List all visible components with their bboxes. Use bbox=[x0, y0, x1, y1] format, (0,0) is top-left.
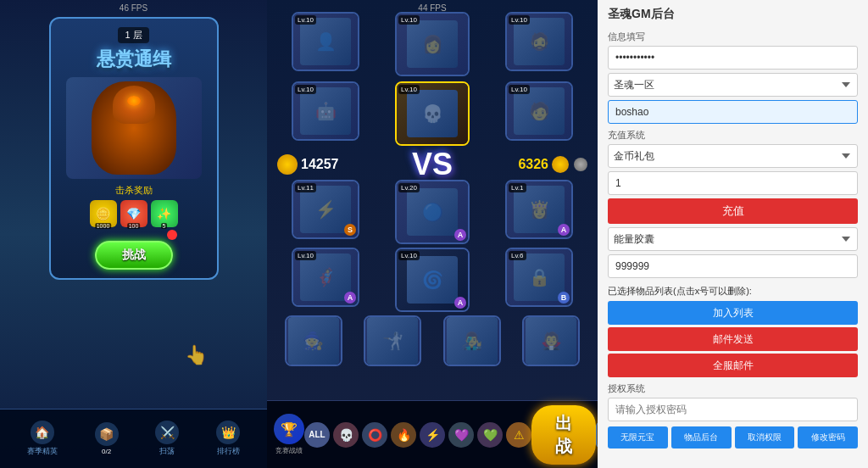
top-hero-row: 👤 Lv.10 👩 Lv.10 🧔 Lv.10 bbox=[267, 0, 598, 80]
score-left-icon bbox=[277, 154, 298, 175]
gm-title: 圣魂GM后台 bbox=[608, 7, 858, 22]
hero-fig-9: 👸 bbox=[514, 186, 565, 233]
cancel-auth-button[interactable]: 取消权限 bbox=[735, 426, 795, 448]
fifth-hero-row: 🧙 🤺 👨‍🎤 🧛 bbox=[267, 314, 598, 368]
change-password-button[interactable]: 修改密码 bbox=[798, 426, 858, 448]
rank-icon: 👑 bbox=[216, 421, 240, 444]
score-right-num: 6326 bbox=[518, 157, 548, 172]
challenge-section[interactable]: 🏆 竞赛战绩 bbox=[274, 414, 304, 455]
unlimited-gems-button[interactable]: 无限元宝 bbox=[608, 426, 668, 448]
filter-diamond[interactable]: 💜 bbox=[448, 422, 474, 448]
grade-a: A bbox=[454, 229, 466, 241]
hero-card-11: 🌀 Lv.10 A bbox=[395, 248, 470, 312]
item-type-select[interactable]: 能量胶囊 bbox=[608, 227, 858, 251]
hero-fig-4: 🤖 bbox=[300, 87, 351, 135]
password-input[interactable] bbox=[608, 46, 858, 70]
gm-console-panel: 圣魂GM后台 信息填写 圣魂一区 充值系统 金币礼包 充值 能量胶囊 已选择物品… bbox=[598, 0, 868, 468]
lv-badge-1: Lv.10 bbox=[295, 15, 316, 25]
grade-a2: A bbox=[558, 224, 570, 236]
hero-card-2: 👩 Lv.10 bbox=[395, 12, 470, 76]
recharge-amount-input[interactable] bbox=[608, 171, 858, 195]
selected-items-label: 已选择物品列表(点击x号可以删除): bbox=[608, 285, 858, 298]
plus-button[interactable]: + bbox=[596, 421, 598, 448]
filter-all[interactable]: ALL bbox=[304, 422, 330, 448]
score-left: 14257 bbox=[277, 154, 339, 175]
enemy-preview bbox=[66, 77, 202, 179]
lv-badge-6: Lv.10 bbox=[509, 85, 530, 94]
reward-gold: 🪙 1000 bbox=[90, 200, 117, 227]
hero-card-6: 🧑 Lv.10 bbox=[505, 81, 573, 141]
reward-items: 🪙 1000 💎 100 ✨ 5 bbox=[90, 200, 178, 227]
robot-body bbox=[92, 81, 176, 175]
gold-count: 1000 bbox=[95, 223, 112, 229]
hero-card-4: 🤖 Lv.10 bbox=[292, 81, 359, 141]
all-mail-button[interactable]: 全服邮件 bbox=[608, 354, 858, 377]
chest-icon: 📦 bbox=[95, 422, 119, 446]
vs-section: 14257 VS 6326 bbox=[267, 151, 598, 178]
hero-card-3: 🧔 Lv.10 bbox=[505, 12, 573, 71]
item-amount-input[interactable] bbox=[608, 254, 858, 278]
hero-card-14: 🤺 bbox=[364, 315, 421, 366]
green-count: 5 bbox=[161, 223, 168, 229]
add-list-button[interactable]: 加入列表 bbox=[608, 301, 858, 325]
middle-game-panel: 44 FPS 👤 Lv.10 👩 Lv.10 🧔 Lv.10 🤖 bbox=[267, 0, 598, 468]
grade-s: S bbox=[344, 224, 356, 236]
hero-fig-7: ⚡ bbox=[300, 186, 351, 233]
bottom-mid-nav: 🏆 竞赛战绩 ALL 💀 ⭕ 🔥 ⚡ 💜 💚 ⚠ 出战 + bbox=[267, 400, 598, 468]
filter-alert[interactable]: ⚠ bbox=[506, 422, 531, 448]
nav-season[interactable]: 🏠 赛季精英 bbox=[27, 421, 58, 457]
reward-green: ✨ 5 bbox=[151, 200, 178, 227]
filter-flame[interactable]: 🔥 bbox=[391, 422, 416, 448]
username-input[interactable] bbox=[608, 100, 858, 124]
nav-sweep[interactable]: ⚔️ 扫荡 bbox=[155, 421, 179, 457]
hero-fig-12: 🔒 bbox=[514, 254, 565, 301]
filter-lightning[interactable]: ⚡ bbox=[420, 422, 445, 448]
lv-badge-4: Lv.10 bbox=[295, 85, 316, 94]
fight-button[interactable]: 挑战 bbox=[95, 241, 173, 270]
filter-circle[interactable]: ⭕ bbox=[362, 422, 387, 448]
nav-chest[interactable]: 📦 0/2 bbox=[95, 422, 119, 455]
bottom-buttons: 无限元宝 物品后台 取消权限 修改密码 bbox=[608, 426, 858, 448]
fight-btn-notification bbox=[167, 230, 177, 240]
hero-fig-16: 🧛 bbox=[526, 317, 576, 365]
season-icon: 🏠 bbox=[31, 421, 54, 444]
server-select[interactable]: 圣魂一区 bbox=[608, 73, 858, 97]
kill-reward-label: 击杀奖励 bbox=[115, 184, 153, 197]
recharge-section-label: 充值系统 bbox=[608, 129, 858, 142]
auth-input[interactable] bbox=[608, 398, 858, 421]
lv-badge-7: Lv.11 bbox=[295, 183, 316, 192]
hero-card-12: 🔒 Lv.6 B bbox=[505, 248, 573, 307]
challenge-label: 竞赛战绩 bbox=[275, 446, 303, 455]
lv-badge-3: Lv.10 bbox=[509, 15, 530, 25]
filter-skull[interactable]: 💀 bbox=[333, 422, 359, 448]
hero-fig-14: 🤺 bbox=[367, 317, 418, 365]
items-backend-button[interactable]: 物品后台 bbox=[671, 426, 732, 448]
second-hero-row: 🤖 Lv.10 💀 Lv.10 🧑 Lv.10 bbox=[267, 80, 598, 148]
mail-send-button[interactable]: 邮件发送 bbox=[608, 327, 858, 351]
nav-season-label: 赛季精英 bbox=[27, 446, 58, 457]
hero-card-10: 🦸 Lv.10 A bbox=[292, 248, 359, 307]
filter-icons-row: ALL 💀 ⭕ 🔥 ⚡ 💜 💚 ⚠ bbox=[304, 422, 531, 448]
hero-bg-13: 🧙 bbox=[287, 317, 341, 365]
hero-card-13: 🧙 bbox=[285, 315, 342, 366]
score-crystal-icon bbox=[574, 158, 587, 171]
fight-big-button[interactable]: 出战 bbox=[531, 405, 596, 465]
lv-badge-9: Lv.1 bbox=[509, 183, 526, 192]
vs-text: VS bbox=[412, 147, 453, 182]
filter-heart[interactable]: 💚 bbox=[477, 422, 503, 448]
grade-a3: A bbox=[344, 292, 356, 304]
hero-bg-15: 👨‍🎤 bbox=[445, 317, 499, 365]
hero-fig-3: 🧔 bbox=[514, 18, 565, 65]
recharge-type-select[interactable]: 金币礼包 bbox=[608, 144, 858, 168]
hero-card-15: 👨‍🎤 bbox=[443, 315, 501, 366]
nav-rank[interactable]: 👑 排行榜 bbox=[216, 421, 240, 457]
cursor-icon: 👆 bbox=[185, 344, 208, 366]
hero-fig-5: 💀 bbox=[407, 90, 458, 137]
left-game-panel: 46 FPS 1 层 悬赏通缉 击杀奖励 🪙 1000 💎 100 ✨ 5 bbox=[0, 0, 267, 468]
score-right: 6326 bbox=[518, 156, 587, 173]
grade-b: B bbox=[558, 292, 570, 304]
score-right-icon bbox=[552, 156, 569, 173]
recharge-button[interactable]: 充值 bbox=[608, 198, 858, 224]
info-section-label: 信息填写 bbox=[608, 31, 858, 43]
challenge-icon: 🏆 bbox=[274, 414, 304, 444]
